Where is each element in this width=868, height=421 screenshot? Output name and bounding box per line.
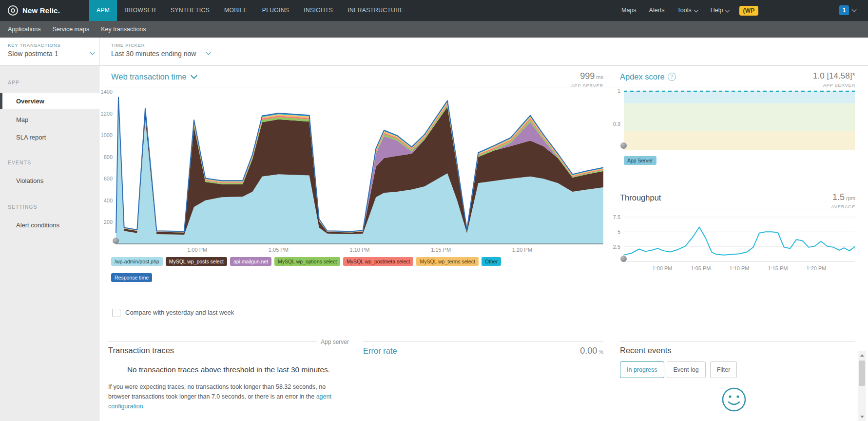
legend-badge[interactable]: MySQL wp_terms select	[416, 257, 478, 266]
web-transaction-legend-row1: /wp-admin/post.phpMySQL wp_posts selecta…	[111, 257, 501, 266]
web-transaction-value: 999	[580, 71, 595, 81]
scroll-thumb[interactable]	[859, 361, 865, 386]
web-transaction-chart[interactable]: 2004006008001000120014001:00 PM1:05 PM1:…	[96, 89, 606, 255]
subnav-item-key-transactions[interactable]: Key transactions	[95, 26, 152, 33]
svg-text:600: 600	[104, 176, 113, 181]
chevron-down-icon	[852, 7, 857, 12]
event-log-button[interactable]: Event log	[667, 361, 706, 378]
web-transaction-scope: APP SERVER	[506, 83, 603, 88]
detail-end: .	[143, 403, 145, 410]
nav-tab-plugins[interactable]: PLUGINS	[255, 0, 296, 21]
error-rate-section: Error rate 0.00%	[363, 341, 603, 356]
error-rate-value: 0.00	[580, 346, 597, 356]
sidebar-item-sla-report[interactable]: SLA report	[16, 134, 46, 141]
tools-label: Tools	[677, 0, 692, 21]
svg-text:1:05 PM: 1:05 PM	[269, 247, 289, 253]
subnav-item-service-maps[interactable]: Service maps	[46, 26, 95, 33]
transaction-traces-message: No transaction traces above threshold in…	[108, 362, 349, 378]
filter-button[interactable]: Filter	[710, 361, 737, 378]
nav-tab-mobile[interactable]: MOBILE	[217, 0, 255, 21]
error-rate-title[interactable]: Error rate	[363, 346, 397, 356]
svg-text:400: 400	[104, 198, 113, 203]
nav-tab-apm[interactable]: APM	[89, 0, 117, 21]
sidebar-item-alert-conditions[interactable]: Alert conditions	[16, 221, 59, 229]
wp-status-badge[interactable]: (WP	[739, 6, 758, 16]
throughput-scope: AVERAGE	[758, 204, 855, 209]
sidebar-item-overview[interactable]: Overview	[0, 93, 99, 109]
legend-badge[interactable]: MySQL wp_postmeta select	[343, 257, 413, 266]
picker-value: Slow postmeta 1	[8, 50, 61, 58]
maps-link[interactable]: Maps	[615, 0, 643, 21]
divider	[99, 38, 100, 65]
chevron-down-icon[interactable]	[90, 50, 95, 55]
chart-drag-handle[interactable]	[113, 238, 119, 244]
apdex-chart[interactable]: 10.9	[604, 89, 855, 151]
apdex-title[interactable]: Apdex score	[620, 72, 676, 81]
account-menu[interactable]: 1	[839, 5, 856, 15]
throughput-unit: rpm	[846, 195, 855, 201]
scroll-up-button[interactable]	[858, 351, 866, 360]
svg-text:0.9: 0.9	[613, 121, 620, 127]
error-rate-metric: 0.00%	[580, 346, 603, 356]
subnav-item-applications[interactable]: Applications	[2, 26, 46, 33]
web-transaction-legend-row2: Response time	[111, 273, 152, 282]
sidebar-section-events: EVENTS	[8, 160, 31, 165]
scroll-down-button[interactable]	[858, 413, 866, 421]
picker-value: Last 30 minutes ending now	[111, 50, 196, 58]
svg-text:5: 5	[617, 229, 620, 235]
web-transaction-metric: 999ms APP SERVER	[506, 71, 603, 88]
nav-tab-synthetics[interactable]: SYNTHETICS	[163, 0, 217, 21]
recent-events-section: Recent events In progress Event log Filt…	[620, 341, 855, 378]
svg-text:1:15 PM: 1:15 PM	[431, 247, 451, 253]
svg-text:1:05 PM: 1:05 PM	[691, 265, 711, 271]
web-transaction-title-label: Web transaction time	[111, 72, 187, 81]
svg-text:1200: 1200	[101, 111, 113, 117]
svg-text:1:20 PM: 1:20 PM	[807, 265, 827, 271]
brand-text: New Relic.	[22, 6, 60, 15]
chevron-down-icon[interactable]	[206, 50, 211, 55]
secondary-nav: Maps Alerts Tools Help (WP	[615, 0, 758, 21]
new-relic-logo-icon	[8, 5, 18, 16]
help-icon[interactable]	[668, 73, 676, 81]
legend-badge[interactable]: /wp-admin/post.php	[111, 257, 163, 266]
apdex-legend: App Server	[624, 156, 656, 165]
scrollbar-track[interactable]	[858, 351, 866, 421]
nav-tab-infrastructure[interactable]: INFRASTRUCTURE	[340, 0, 411, 21]
chart-drag-handle[interactable]	[620, 142, 627, 149]
legend-badge[interactable]: Other	[482, 257, 501, 266]
help-menu[interactable]: Help	[704, 0, 736, 21]
compare-checkbox[interactable]	[112, 309, 120, 317]
legend-badge[interactable]: Response time	[111, 273, 152, 282]
svg-text:1:00 PM: 1:00 PM	[187, 247, 207, 253]
brand[interactable]: New Relic.	[8, 0, 60, 21]
picker-label: TIME PICKER	[111, 42, 196, 48]
legend-badge[interactable]: MySQL wp_posts select	[166, 257, 227, 266]
svg-text:2.5: 2.5	[613, 244, 620, 250]
sidebar: APP Overview Map SLA report EVENTS Viola…	[0, 66, 99, 421]
svg-text:1: 1	[617, 89, 620, 94]
key-transactions-picker[interactable]: KEY TRANSACTIONS Slow postmeta 1	[8, 42, 61, 58]
notification-badge[interactable]: 1	[839, 5, 849, 15]
in-progress-button[interactable]: In progress	[620, 361, 664, 378]
tools-menu[interactable]: Tools	[671, 0, 704, 21]
sidebar-item-violations[interactable]: Violations	[16, 177, 43, 184]
alerts-link[interactable]: Alerts	[643, 0, 671, 21]
web-transaction-title[interactable]: Web transaction time	[111, 72, 196, 81]
smiley-icon	[721, 386, 747, 415]
legend-badge[interactable]: api.mailgun.net	[230, 257, 271, 266]
transaction-traces-section: App server Transaction traces No transac…	[108, 341, 349, 411]
nav-tab-browser[interactable]: BROWSER	[117, 0, 163, 21]
legend-badge[interactable]: MySQL wp_options select	[274, 257, 340, 266]
nav-tab-insights[interactable]: INSIGHTS	[296, 0, 340, 21]
svg-text:7.5: 7.5	[613, 214, 620, 220]
time-picker[interactable]: TIME PICKER Last 30 minutes ending now	[111, 42, 196, 58]
divider	[604, 87, 855, 87]
throughput-metric: 1.5rpm AVERAGE	[758, 192, 855, 209]
chart-drag-handle[interactable]	[620, 256, 627, 262]
help-label: Help	[711, 0, 723, 21]
transaction-traces-detail: If you were expecting traces, no transac…	[108, 382, 349, 411]
sidebar-section-settings: SETTINGS	[8, 204, 38, 210]
sidebar-item-map[interactable]: Map	[16, 116, 28, 123]
legend-badge[interactable]: App Server	[624, 156, 656, 165]
throughput-chart[interactable]: 2.557.51:00 PM1:05 PM1:10 PM1:15 PM1:20 …	[604, 210, 855, 273]
